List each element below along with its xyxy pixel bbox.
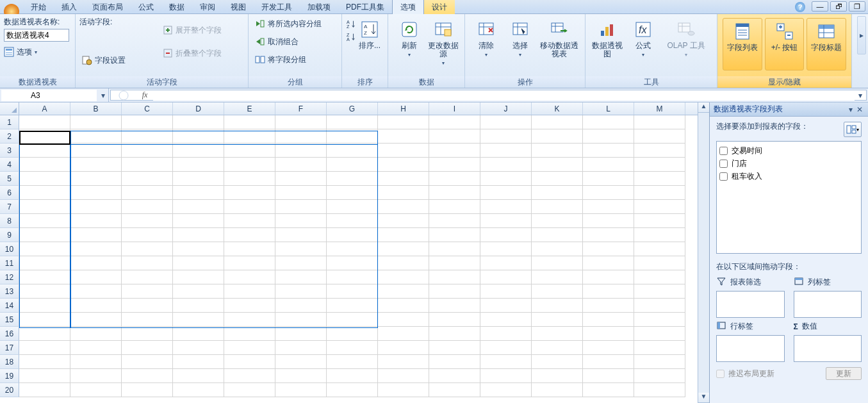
cell[interactable]	[532, 186, 583, 200]
row-header[interactable]: 5	[0, 172, 19, 186]
field-item[interactable]: 租车收入	[719, 170, 858, 183]
cell[interactable]	[532, 327, 583, 341]
cell[interactable]	[173, 313, 224, 327]
cell[interactable]	[70, 228, 122, 242]
cell[interactable]	[173, 256, 224, 270]
office-button[interactable]	[0, 0, 23, 14]
cell[interactable]	[634, 200, 685, 214]
cell[interactable]	[583, 327, 634, 341]
field-checkbox[interactable]	[719, 172, 728, 181]
cell[interactable]	[275, 186, 327, 200]
cell[interactable]	[327, 144, 378, 158]
cell[interactable]	[122, 299, 173, 313]
select-all-corner[interactable]	[0, 103, 19, 115]
cell[interactable]	[583, 228, 634, 242]
cell[interactable]	[70, 129, 122, 144]
row-header[interactable]: 8	[0, 214, 19, 228]
cell[interactable]	[480, 284, 532, 299]
cell[interactable]	[19, 341, 70, 355]
cell[interactable]	[480, 369, 532, 383]
cell[interactable]	[173, 284, 224, 299]
field-checkbox[interactable]	[719, 147, 728, 155]
cell[interactable]	[583, 214, 634, 228]
cell[interactable]	[122, 341, 173, 355]
cell[interactable]	[173, 383, 224, 397]
row-header[interactable]: 4	[0, 158, 19, 172]
cell[interactable]	[122, 158, 173, 172]
row-header[interactable]: 10	[0, 242, 19, 256]
cell[interactable]	[429, 115, 480, 129]
tab-加载项[interactable]: 加载项	[300, 0, 338, 14]
column-header[interactable]: L	[583, 103, 634, 115]
cell[interactable]	[19, 186, 70, 200]
cell[interactable]	[378, 214, 429, 228]
cell[interactable]	[378, 200, 429, 214]
cell[interactable]	[70, 270, 122, 284]
column-header[interactable]: D	[173, 103, 224, 115]
cell[interactable]	[173, 144, 224, 158]
row-header[interactable]: 2	[0, 129, 19, 144]
cell[interactable]	[532, 284, 583, 299]
restore-button[interactable]: 🗗	[830, 1, 847, 12]
row-header[interactable]: 16	[0, 327, 19, 341]
cell[interactable]	[327, 341, 378, 355]
cell[interactable]	[327, 383, 378, 397]
column-header[interactable]: B	[70, 103, 122, 115]
cell[interactable]	[19, 228, 70, 242]
cell[interactable]	[480, 186, 532, 200]
ribbon-scroll[interactable]: ▸	[857, 16, 866, 54]
cell[interactable]	[480, 144, 532, 158]
cell[interactable]	[224, 284, 275, 299]
cell[interactable]	[634, 355, 685, 369]
cell[interactable]	[275, 214, 327, 228]
cell[interactable]	[327, 242, 378, 256]
cell[interactable]	[583, 129, 634, 144]
cell[interactable]	[583, 284, 634, 299]
cell[interactable]	[70, 369, 122, 383]
cell[interactable]	[634, 341, 685, 355]
cell[interactable]	[224, 369, 275, 383]
cell[interactable]	[634, 115, 685, 129]
cell[interactable]	[70, 242, 122, 256]
cell[interactable]	[583, 200, 634, 214]
cell[interactable]	[634, 228, 685, 242]
cell[interactable]	[532, 228, 583, 242]
column-header[interactable]: G	[327, 103, 378, 115]
tab-开发工具[interactable]: 开发工具	[254, 0, 300, 14]
cell[interactable]	[378, 369, 429, 383]
cell[interactable]	[122, 172, 173, 186]
cell[interactable]	[19, 355, 70, 369]
cell[interactable]	[19, 242, 70, 256]
cell[interactable]	[70, 214, 122, 228]
cell[interactable]	[378, 299, 429, 313]
cell[interactable]	[532, 158, 583, 172]
cell[interactable]	[429, 228, 480, 242]
column-header[interactable]: M	[634, 103, 685, 115]
cell[interactable]	[583, 144, 634, 158]
cell[interactable]	[327, 214, 378, 228]
cell[interactable]	[19, 144, 70, 158]
cell[interactable]	[70, 327, 122, 341]
cell[interactable]	[480, 270, 532, 284]
cell[interactable]	[275, 369, 327, 383]
cell[interactable]	[429, 270, 480, 284]
cell[interactable]	[429, 369, 480, 383]
field-checkbox[interactable]	[719, 160, 728, 168]
column-header[interactable]: H	[378, 103, 429, 115]
help-icon[interactable]: ?	[795, 2, 805, 12]
column-header[interactable]: C	[122, 103, 173, 115]
tab-页面布局[interactable]: 页面布局	[85, 0, 131, 14]
cell[interactable]	[480, 115, 532, 129]
cell[interactable]	[173, 186, 224, 200]
cell[interactable]	[19, 327, 70, 341]
cell[interactable]	[173, 129, 224, 144]
cell[interactable]	[634, 383, 685, 397]
cell[interactable]	[19, 256, 70, 270]
tab-开始[interactable]: 开始	[23, 0, 54, 14]
cell[interactable]	[532, 200, 583, 214]
cell[interactable]	[70, 172, 122, 186]
cell[interactable]	[19, 299, 70, 313]
cell[interactable]	[634, 129, 685, 144]
pivot-chart-button[interactable]: 数据透视图	[589, 17, 625, 73]
cell[interactable]	[429, 214, 480, 228]
